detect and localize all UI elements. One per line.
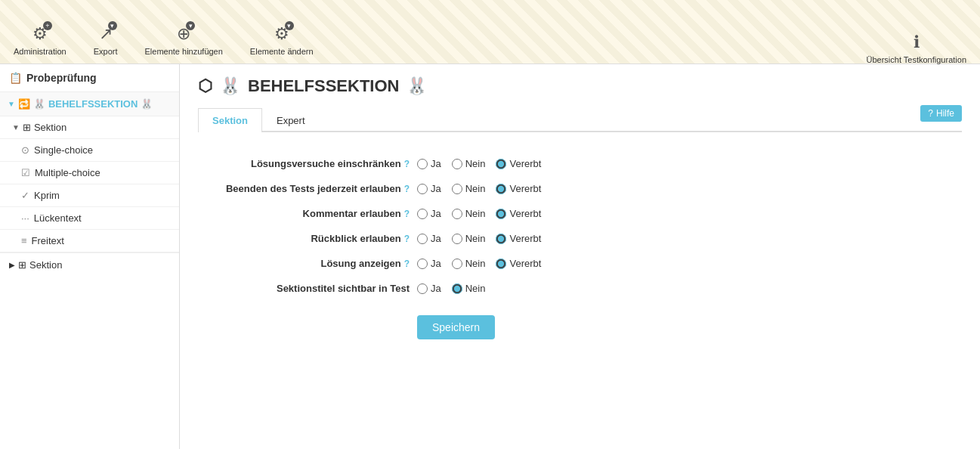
sidebar-sektion-label: Sektion <box>34 122 66 133</box>
toolbar-uebersicht[interactable]: ℹ Übersicht Testkonfiguration <box>861 29 972 67</box>
form-section: Lösungsversuche einschränken ? Ja Nein V… <box>198 150 962 347</box>
label-beenden: Beenden des Tests jederzeit erlauben ? <box>206 183 417 194</box>
radio-beenden-ja[interactable]: Ja <box>417 183 441 194</box>
label-sektionstitel: Sektionstitel sichtbar in Test <box>206 283 417 294</box>
title-cube-icon: ⬡ <box>198 76 212 96</box>
section-cube-icon: 🔁 <box>18 98 30 110</box>
options-loesungsversuche: Ja Nein Vererbt <box>417 158 541 169</box>
sidebar-single-label: Single-choice <box>34 144 93 156</box>
toolbar-administration[interactable]: ⚙ + Administration <box>8 21 73 59</box>
radio-rueckblick-ja[interactable]: Ja <box>417 233 441 244</box>
section-rabbit-icon: 🐰 <box>33 98 45 110</box>
section-sub-icon: ⊞ <box>23 122 31 133</box>
proofing-icon: 📋 <box>9 72 22 84</box>
label-loesung: Lösung anzeigen ? <box>206 258 417 269</box>
radio-rueckblick-nein[interactable]: Nein <box>452 233 486 244</box>
sidebar-bottom-sektion[interactable]: ▶ ⊞ Sektion <box>0 252 179 277</box>
toolbar-elemente-hinzufuegen[interactable]: ⊕ ▾ Elemente hinzufügen <box>139 21 229 59</box>
sidebar-item-freitext[interactable]: ≡ Freitext <box>0 230 179 252</box>
help-button[interactable]: ? Hilfe <box>920 105 962 122</box>
help-icon-beenden[interactable]: ? <box>404 184 410 194</box>
help-icon-rueckblick[interactable]: ? <box>404 234 410 244</box>
radio-beenden-nein[interactable]: Nein <box>452 183 486 194</box>
export-icon: ↗ ▾ <box>99 24 113 44</box>
tab-expert[interactable]: Expert <box>262 108 320 132</box>
sidebar-item-lueckentext[interactable]: ··· Lückentext <box>0 207 179 230</box>
sidebar: 📋 Probeprüfung ▼ 🔁 🐰 BEHELFSSEKTION 🐰 ▼ … <box>0 64 180 449</box>
lueckentext-icon: ··· <box>21 212 29 224</box>
elemente-aendern-label: Elemente ändern <box>250 47 314 56</box>
sidebar-subsection-sektion[interactable]: ▼ ⊞ Sektion <box>0 116 179 139</box>
save-button[interactable]: Speichern <box>417 315 495 339</box>
sidebar-lueckentext-label: Lückentext <box>34 212 82 224</box>
toolbar-export[interactable]: ↗ ▾ Export <box>88 21 124 59</box>
label-rueckblick: Rückblick erlauben ? <box>206 233 417 244</box>
radio-loesung-ja[interactable]: Ja <box>417 258 441 269</box>
toolbar: ⚙ + Administration ↗ ▾ Export ⊕ ▾ Elemen… <box>0 0 980 64</box>
tab-sektion[interactable]: Sektion <box>198 108 262 132</box>
options-sektionstitel: Ja Nein <box>417 283 485 294</box>
label-kommentar: Kommentar erlauben ? <box>206 208 417 219</box>
gear-icon: ⚙ + <box>32 24 48 44</box>
title-rabbit2: 🐰 <box>407 76 427 96</box>
single-choice-icon: ⊙ <box>21 144 29 156</box>
sidebar-item-kprim[interactable]: ✓ Kprim <box>0 184 179 207</box>
sidebar-item-multiple-choice[interactable]: ☑ Multiple-choice <box>0 162 179 184</box>
uebersicht-label: Übersicht Testkonfiguration <box>867 55 966 64</box>
edit-icon: ⚙ ▾ <box>274 24 289 44</box>
section-rabbit-icon2: 🐰 <box>141 98 153 110</box>
radio-kommentar-ja[interactable]: Ja <box>417 208 441 219</box>
radio-sektionstitel-nein[interactable]: Nein <box>452 283 486 294</box>
content-area: ⬡ 🐰 BEHELFSSEKTION 🐰 Sektion Expert ? Hi… <box>180 64 980 449</box>
toolbar-elemente-aendern[interactable]: ⚙ ▾ Elemente ändern <box>244 21 320 59</box>
elemente-hinzufuegen-label: Elemente hinzufügen <box>145 47 223 56</box>
radio-loesung-nein[interactable]: Nein <box>452 258 486 269</box>
help-icon-loesung[interactable]: ? <box>404 259 410 269</box>
administration-label: Administration <box>14 47 66 56</box>
radio-loesungsversuche-ja[interactable]: Ja <box>417 158 441 169</box>
radio-rueckblick-vererbt[interactable]: Vererbt <box>496 233 541 244</box>
sidebar-multiple-label: Multiple-choice <box>35 167 100 178</box>
sidebar-active-section[interactable]: ▼ 🔁 🐰 BEHELFSSEKTION 🐰 <box>0 92 179 116</box>
radio-kommentar-nein[interactable]: Nein <box>452 208 486 219</box>
tab-bar: Sektion Expert <box>198 108 962 132</box>
help-icon-loesungsversuche[interactable]: ? <box>404 159 410 169</box>
radio-kommentar-vererbt[interactable]: Vererbt <box>496 208 541 219</box>
section-title-text: BEHELFSSEKTION <box>48 98 138 110</box>
sidebar-item-single-choice[interactable]: ⊙ Single-choice <box>0 139 179 162</box>
form-row-loesungsversuche: Lösungsversuche einschränken ? Ja Nein V… <box>198 158 962 169</box>
toolbar-items: ⚙ + Administration ↗ ▾ Export ⊕ ▾ Elemen… <box>8 13 972 67</box>
sidebar-header: 📋 Probeprüfung <box>0 64 179 92</box>
multiple-choice-icon: ☑ <box>21 167 30 178</box>
page-title: ⬡ 🐰 BEHELFSSEKTION 🐰 <box>198 76 962 96</box>
freitext-icon: ≡ <box>21 235 27 246</box>
options-rueckblick: Ja Nein Vererbt <box>417 233 541 244</box>
options-loesung: Ja Nein Vererbt <box>417 258 541 269</box>
form-row-beenden: Beenden des Tests jederzeit erlauben ? J… <box>198 183 962 194</box>
sidebar-kprim-label: Kprim <box>34 190 60 201</box>
radio-loesungsversuche-nein[interactable]: Nein <box>452 158 486 169</box>
radio-loesung-vererbt[interactable]: Vererbt <box>496 258 541 269</box>
options-kommentar: Ja Nein Vererbt <box>417 208 541 219</box>
help-icon-kommentar[interactable]: ? <box>404 209 410 219</box>
form-row-rueckblick: Rückblick erlauben ? Ja Nein Vererbt <box>198 233 962 244</box>
radio-loesungsversuche-vererbt[interactable]: Vererbt <box>496 158 541 169</box>
options-beenden: Ja Nein Vererbt <box>417 183 541 194</box>
form-row-loesung: Lösung anzeigen ? Ja Nein Vererbt <box>198 258 962 269</box>
arrow-icon: ▼ <box>12 123 20 132</box>
title-rabbit1: 🐰 <box>220 76 240 96</box>
add-icon: ⊕ ▾ <box>177 24 190 44</box>
label-loesungsversuche: Lösungsversuche einschränken ? <box>206 158 417 169</box>
help-icon: ? <box>928 108 933 119</box>
form-row-kommentar: Kommentar erlauben ? Ja Nein Vererbt <box>198 208 962 219</box>
bottom-section-icon: ⊞ <box>18 259 26 271</box>
info-icon: ℹ <box>914 33 920 52</box>
sidebar-title: Probeprüfung <box>26 72 97 84</box>
form-row-sektionstitel: Sektionstitel sichtbar in Test Ja Nein <box>198 283 962 294</box>
title-text: BEHELFSSEKTION <box>248 76 399 96</box>
radio-beenden-vererbt[interactable]: Vererbt <box>496 183 541 194</box>
sidebar-bottom-label: Sektion <box>29 259 62 271</box>
radio-sektionstitel-ja[interactable]: Ja <box>417 283 441 294</box>
main-layout: 📋 Probeprüfung ▼ 🔁 🐰 BEHELFSSEKTION 🐰 ▼ … <box>0 64 980 449</box>
sidebar-freitext-label: Freitext <box>32 235 64 246</box>
